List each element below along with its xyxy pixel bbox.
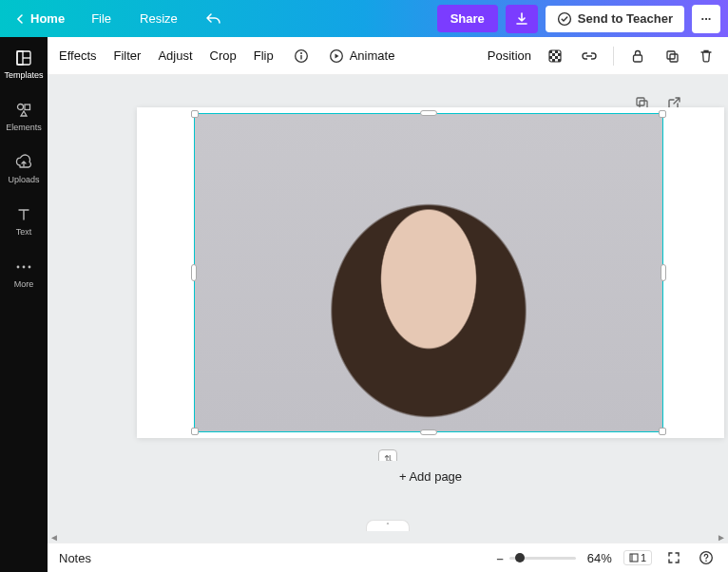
add-page-label: + Add page bbox=[399, 469, 462, 484]
top-header: Home File Resize Share Send to Teacher ·… bbox=[0, 0, 728, 37]
sidebar-item-text[interactable]: Text bbox=[0, 203, 48, 238]
check-circle-icon bbox=[557, 11, 572, 27]
download-icon bbox=[514, 11, 529, 27]
resize-handle-br[interactable] bbox=[659, 428, 666, 435]
svg-point-8 bbox=[29, 266, 31, 269]
scroll-left-arrow[interactable]: ◄ bbox=[48, 531, 61, 543]
resize-handle-bl[interactable] bbox=[191, 428, 199, 435]
effects-button[interactable]: Effects bbox=[59, 48, 97, 63]
svg-rect-2 bbox=[17, 51, 23, 65]
send-to-teacher-button[interactable]: Send to Teacher bbox=[546, 6, 684, 32]
delete-button[interactable] bbox=[696, 46, 717, 67]
templates-icon bbox=[14, 48, 33, 67]
transparency-icon bbox=[547, 48, 563, 64]
help-button[interactable] bbox=[696, 547, 717, 568]
flip-button[interactable]: Flip bbox=[254, 48, 274, 63]
svg-rect-18 bbox=[549, 56, 552, 59]
page-list-button[interactable]: 1 bbox=[623, 550, 652, 565]
animate-label: Animate bbox=[350, 48, 395, 63]
canvas-area[interactable]: ⇅ + Add page ˄ ◄ ► bbox=[48, 75, 728, 543]
sidebar-item-uploads[interactable]: Uploads bbox=[0, 151, 48, 186]
sidebar-item-more[interactable]: More bbox=[0, 256, 48, 291]
resize-handle-tl[interactable] bbox=[191, 110, 199, 118]
send-label: Send to Teacher bbox=[578, 11, 673, 26]
svg-point-6 bbox=[17, 266, 20, 269]
context-toolbar: Effects Filter Adjust Crop Flip Animate … bbox=[48, 37, 728, 75]
filter-button[interactable]: Filter bbox=[114, 48, 142, 63]
info-button[interactable] bbox=[291, 46, 312, 67]
context-left: Effects Filter Adjust Crop Flip Animate bbox=[59, 46, 394, 67]
home-button[interactable]: Home bbox=[8, 8, 72, 29]
resize-handle-r[interactable] bbox=[661, 264, 666, 281]
body-row: Templates Elements Uploads Text More Eff… bbox=[0, 37, 728, 572]
svg-rect-25 bbox=[637, 98, 644, 105]
selected-image[interactable] bbox=[194, 113, 663, 432]
svg-rect-19 bbox=[555, 56, 558, 59]
scroll-track[interactable] bbox=[61, 532, 715, 542]
svg-point-30 bbox=[705, 560, 707, 562]
trash-icon bbox=[699, 48, 713, 64]
resize-handle-b[interactable] bbox=[420, 429, 437, 435]
page-canvas[interactable] bbox=[137, 107, 724, 438]
duplicate-button[interactable] bbox=[661, 46, 682, 67]
left-sidebar: Templates Elements Uploads Text More bbox=[0, 37, 48, 572]
sidebar-item-elements[interactable]: Elements bbox=[0, 99, 48, 134]
position-button[interactable]: Position bbox=[488, 48, 531, 63]
undo-icon bbox=[206, 12, 221, 26]
resize-menu[interactable]: Resize bbox=[130, 6, 187, 31]
page-number-label: 1 bbox=[641, 552, 646, 563]
zoom-thumb[interactable] bbox=[515, 553, 525, 562]
adjust-button[interactable]: Adjust bbox=[158, 48, 192, 63]
more-icon bbox=[14, 257, 33, 276]
uploads-icon bbox=[14, 153, 33, 172]
zoom-track[interactable] bbox=[509, 557, 576, 560]
lock-button[interactable] bbox=[627, 46, 648, 67]
resize-handle-tr[interactable] bbox=[659, 110, 666, 118]
svg-rect-27 bbox=[630, 554, 638, 562]
file-menu[interactable]: File bbox=[82, 6, 121, 31]
sidebar-label: Elements bbox=[6, 123, 42, 132]
animate-button[interactable]: Animate bbox=[329, 48, 395, 64]
resize-handle-t[interactable] bbox=[420, 110, 437, 116]
crop-button[interactable]: Crop bbox=[210, 48, 237, 63]
svg-rect-20 bbox=[552, 59, 555, 62]
file-label: File bbox=[91, 11, 111, 26]
download-button[interactable] bbox=[506, 5, 538, 33]
svg-rect-14 bbox=[549, 50, 552, 53]
zoom-percent[interactable]: 64% bbox=[587, 551, 612, 565]
fullscreen-icon bbox=[667, 551, 680, 564]
text-icon bbox=[14, 205, 33, 224]
horizontal-scrollbar[interactable]: ◄ ► bbox=[48, 531, 728, 543]
scroll-right-arrow[interactable]: ► bbox=[715, 531, 728, 543]
svg-rect-23 bbox=[667, 51, 675, 59]
add-page-button[interactable]: + Add page bbox=[137, 461, 724, 491]
resize-handle-l[interactable] bbox=[191, 264, 197, 281]
chevron-up-icon: ˄ bbox=[386, 522, 390, 530]
footer-bar: Notes – 64% 1 bbox=[48, 543, 728, 572]
share-button[interactable]: Share bbox=[437, 5, 498, 32]
home-label: Home bbox=[30, 11, 65, 26]
more-menu-button[interactable]: ··· bbox=[692, 5, 720, 33]
svg-point-4 bbox=[18, 105, 24, 110]
svg-rect-5 bbox=[25, 105, 30, 110]
chevron-left-icon bbox=[15, 13, 27, 25]
transparency-button[interactable] bbox=[545, 46, 565, 67]
svg-rect-22 bbox=[634, 55, 642, 62]
link-icon bbox=[581, 48, 598, 64]
page-list-icon bbox=[629, 553, 639, 562]
header-right: Share Send to Teacher ··· bbox=[437, 5, 728, 33]
duplicate-icon bbox=[664, 48, 680, 64]
zoom-out-icon: – bbox=[497, 551, 504, 565]
sidebar-item-templates[interactable]: Templates bbox=[0, 47, 48, 82]
zoom-slider[interactable]: – bbox=[497, 551, 576, 565]
collapse-pages-handle[interactable]: ˄ bbox=[366, 520, 410, 531]
footer-right: – 64% 1 bbox=[497, 547, 717, 568]
svg-rect-11 bbox=[300, 55, 301, 60]
sidebar-label: Text bbox=[16, 227, 32, 237]
notes-button[interactable]: Notes bbox=[59, 551, 91, 565]
elements-icon bbox=[14, 101, 33, 120]
fullscreen-button[interactable] bbox=[663, 547, 684, 568]
undo-button[interactable] bbox=[197, 7, 231, 31]
sidebar-label: More bbox=[14, 279, 34, 289]
link-button[interactable] bbox=[579, 46, 600, 67]
